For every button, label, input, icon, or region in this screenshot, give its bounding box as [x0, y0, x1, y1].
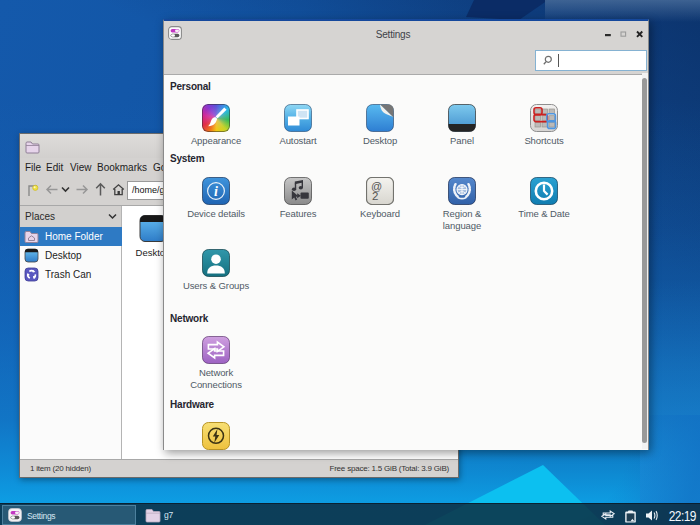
svg-text:2: 2 — [372, 190, 378, 202]
svg-text:i: i — [214, 184, 218, 199]
